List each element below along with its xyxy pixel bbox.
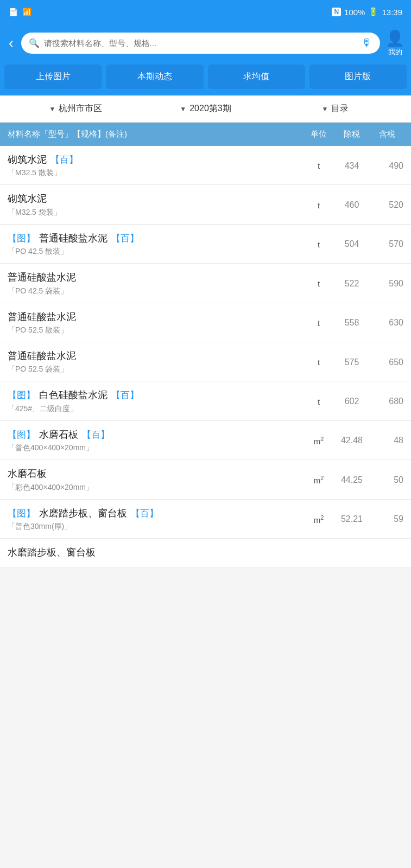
material-name-text: 普通硅酸盐水泥 xyxy=(8,311,76,322)
search-bar[interactable]: 🔍 🎙 xyxy=(21,33,380,54)
material-info: 水磨石板 「彩色400×400×20mm」 xyxy=(8,468,305,492)
ex-tax-value: 575 xyxy=(333,358,371,367)
material-spec: 「PO 52.5 袋装」 xyxy=(8,365,305,374)
table-row[interactable]: 水磨踏步板、窗台板 xyxy=(0,539,411,568)
table-body: 砌筑水泥 【百】 「M32.5 散装」 t 434 490 砌筑水泥 「M32.… xyxy=(0,146,411,568)
material-name-text: 水磨踏步板、窗台板 xyxy=(39,508,127,519)
material-spec: 「425#、二级白度」 xyxy=(8,404,305,414)
table-row[interactable]: 【图】 水磨石板 【百】 「普色400×400×20mm」 m2 42.48 4… xyxy=(0,421,411,460)
filter-catalog[interactable]: ▼ 目录 xyxy=(270,103,400,114)
header-name: 材料名称「型号」【规格】(备注) xyxy=(8,129,305,139)
ex-tax-value: 504 xyxy=(333,239,371,249)
in-tax-value: 590 xyxy=(371,279,403,289)
mic-icon[interactable]: 🎙 xyxy=(362,37,372,49)
bai-tag: 【百】 xyxy=(131,508,159,519)
material-name: 普通硅酸盐水泥 xyxy=(8,311,305,323)
material-info: 【图】 普通硅酸盐水泥 【百】 「PO 42.5 散装」 xyxy=(8,232,305,257)
unit-value: t xyxy=(305,397,333,406)
material-info: 普通硅酸盐水泥 「PO 52.5 散装」 xyxy=(8,311,305,335)
material-spec: 「M32.5 袋装」 xyxy=(8,208,305,218)
in-tax-value: 630 xyxy=(371,318,403,328)
material-name-text: 普通硅酸盐水泥 xyxy=(8,272,76,283)
material-name: 【图】 水磨踏步板、窗台板 【百】 xyxy=(8,507,305,520)
material-name: 水磨石板 xyxy=(8,468,305,480)
in-tax-value: 570 xyxy=(371,239,403,249)
header-ex-tax: 除税 xyxy=(333,129,371,139)
filter-catalog-label: 目录 xyxy=(331,103,349,114)
unit-value: t xyxy=(305,279,333,288)
table-row[interactable]: 普通硅酸盐水泥 「PO 52.5 散装」 t 558 630 xyxy=(0,303,411,342)
material-name: 【图】 白色硅酸盐水泥 【百】 xyxy=(8,389,305,401)
search-input[interactable] xyxy=(44,39,357,48)
material-name-text: 白色硅酸盐水泥 xyxy=(39,390,108,400)
file-icon: 📄 xyxy=(9,8,18,16)
arrow-down-icon: ▼ xyxy=(49,105,56,113)
material-spec: 「普色400×400×20mm」 xyxy=(8,443,305,453)
material-name: 【图】 水磨石板 【百】 xyxy=(8,429,305,441)
ex-tax-value: 558 xyxy=(333,318,371,328)
ex-tax-value: 52.21 xyxy=(333,514,371,524)
in-tax-value: 59 xyxy=(371,514,403,524)
arrow-down-icon-3: ▼ xyxy=(322,105,328,113)
table-row[interactable]: 普通硅酸盐水泥 「PO 52.5 袋装」 t 575 650 xyxy=(0,342,411,381)
in-tax-value: 50 xyxy=(371,475,403,485)
material-name-text: 普通硅酸盐水泥 xyxy=(8,350,76,361)
filter-city[interactable]: ▼ 杭州市市区 xyxy=(11,103,141,114)
header: ‹ 🔍 🎙 👤 我的 xyxy=(0,24,411,65)
action-row: 上传图片 本期动态 求均值 图片版 xyxy=(0,65,411,95)
material-name-text: 水磨石板 xyxy=(39,429,78,440)
material-info: 水磨踏步板、窗台板 xyxy=(8,546,403,561)
back-button[interactable]: ‹ xyxy=(7,33,16,54)
ex-tax-value: 44.25 xyxy=(333,475,371,485)
bai-tag: 【百】 xyxy=(111,233,139,244)
tu-tag: 【图】 xyxy=(8,390,35,400)
tu-tag: 【图】 xyxy=(8,430,35,440)
material-info: 普通硅酸盐水泥 「PO 42.5 袋装」 xyxy=(8,271,305,296)
header-in-tax: 含税 xyxy=(371,129,403,139)
tu-tag: 【图】 xyxy=(8,508,35,519)
unit-value: m2 xyxy=(305,436,333,446)
upload-button[interactable]: 上传图片 xyxy=(4,65,102,89)
in-tax-value: 680 xyxy=(371,397,403,406)
table-row[interactable]: 砌筑水泥 【百】 「M32.5 散装」 t 434 490 xyxy=(0,146,411,185)
avg-button[interactable]: 求均值 xyxy=(208,65,305,89)
filter-row: ▼ 杭州市市区 ▼ 2020第3期 ▼ 目录 xyxy=(0,95,411,123)
photo-button[interactable]: 图片版 xyxy=(309,65,407,89)
material-info: 砌筑水泥 「M32.5 袋装」 xyxy=(8,193,305,217)
table-row[interactable]: 【图】 白色硅酸盐水泥 【百】 「425#、二级白度」 t 602 680 xyxy=(0,381,411,420)
filter-period[interactable]: ▼ 2020第3期 xyxy=(141,103,270,114)
unit-value: t xyxy=(305,240,333,249)
table-row[interactable]: 【图】 水磨踏步板、窗台板 【百】 「普色30mm(厚)」 m2 52.21 5… xyxy=(0,500,411,539)
ex-tax-value: 602 xyxy=(333,397,371,406)
table-row[interactable]: 水磨石板 「彩色400×400×20mm」 m2 44.25 50 xyxy=(0,460,411,499)
my-label: 我的 xyxy=(388,47,402,57)
bai-tag: 【百】 xyxy=(82,430,110,440)
material-name: 水磨踏步板、窗台板 xyxy=(8,546,403,559)
material-info: 砌筑水泥 【百】 「M32.5 散装」 xyxy=(8,154,305,178)
unit-value: m2 xyxy=(305,475,333,485)
material-name: 普通硅酸盐水泥 xyxy=(8,271,305,284)
material-name: 【图】 普通硅酸盐水泥 【百】 xyxy=(8,232,305,245)
material-info: 【图】 水磨踏步板、窗台板 【百】 「普色30mm(厚)」 xyxy=(8,507,305,532)
my-button[interactable]: 👤 我的 xyxy=(385,29,404,57)
table-row[interactable]: 【图】 普通硅酸盐水泥 【百】 「PO 42.5 散装」 t 504 570 xyxy=(0,225,411,264)
nfc-icon: N xyxy=(332,8,341,16)
unit-value: m2 xyxy=(305,514,333,525)
news-button[interactable]: 本期动态 xyxy=(106,65,203,89)
wifi-icon: 📶 xyxy=(22,8,31,16)
material-name-text: 水磨踏步板、窗台板 xyxy=(8,547,96,558)
ex-tax-value: 434 xyxy=(333,161,371,171)
unit-value: t xyxy=(305,161,333,170)
table-row[interactable]: 普通硅酸盐水泥 「PO 42.5 袋装」 t 522 590 xyxy=(0,264,411,303)
material-name: 砌筑水泥 xyxy=(8,193,305,205)
unit-value: t xyxy=(305,201,333,210)
table-header: 材料名称「型号」【规格】(备注) 单位 除税 含税 xyxy=(0,123,411,146)
table-row[interactable]: 砌筑水泥 「M32.5 袋装」 t 460 520 xyxy=(0,185,411,224)
filter-period-label: 2020第3期 xyxy=(189,103,231,114)
in-tax-value: 490 xyxy=(371,161,403,171)
material-spec: 「M32.5 散装」 xyxy=(8,168,305,178)
material-name-text: 普通硅酸盐水泥 xyxy=(39,233,108,244)
material-name-text: 水磨石板 xyxy=(8,468,47,479)
header-unit: 单位 xyxy=(305,129,333,139)
battery-icon: 🔋 xyxy=(368,7,378,17)
